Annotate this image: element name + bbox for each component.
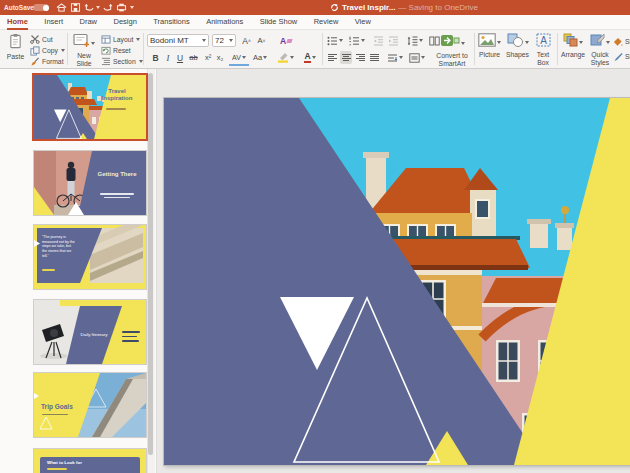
justify-button[interactable] xyxy=(368,51,380,64)
powerpoint-window: AutoSave Travel Inspir... — Saving to On… xyxy=(0,0,630,473)
tab-view[interactable]: View xyxy=(355,15,371,28)
superscript-button[interactable]: x² xyxy=(202,51,214,64)
shape-fill-icon xyxy=(613,37,623,47)
shape-outline-button[interactable]: Shape Outline xyxy=(613,51,630,62)
tab-design[interactable]: Design xyxy=(113,15,136,28)
increase-indent-button[interactable] xyxy=(387,34,400,47)
reset-button[interactable]: Reset xyxy=(101,45,131,56)
ribbon-tabs: Home Insert Draw Design Transitions Anim… xyxy=(0,15,630,30)
decrease-indent-icon xyxy=(373,36,384,46)
align-text-icon xyxy=(409,53,420,63)
tab-draw[interactable]: Draw xyxy=(80,15,98,28)
tab-review[interactable]: Review xyxy=(314,15,339,28)
slide3-quote: “The journey is measured not by the step… xyxy=(42,235,76,258)
current-slide[interactable] xyxy=(164,98,630,465)
italic-button[interactable]: I xyxy=(163,51,173,64)
slide-thumbnail-4[interactable]: 4 Daily Itinerary xyxy=(33,299,147,365)
increase-indent-icon xyxy=(388,36,399,46)
line-spacing-button[interactable] xyxy=(406,34,424,47)
underline-button[interactable]: U xyxy=(175,51,185,64)
strikethrough-button[interactable]: ab xyxy=(187,51,200,64)
slide1-subtitle-line xyxy=(106,108,126,110)
change-case-button[interactable]: Aa xyxy=(251,51,269,64)
decrease-font-button[interactable]: A˅ xyxy=(255,34,268,47)
slide-thumbnail-panel: 1 Travel xyxy=(0,69,156,473)
font-color-button[interactable]: A xyxy=(300,51,320,64)
quick-styles-button[interactable]: Quick Styles xyxy=(588,33,612,66)
text-direction-button[interactable] xyxy=(386,51,404,64)
slide6-marker-line xyxy=(47,468,67,470)
slide-thumbnail-1[interactable]: 1 Travel xyxy=(32,73,148,141)
toggle-knob xyxy=(43,5,49,11)
slide1-art xyxy=(34,75,146,139)
title-bar: AutoSave Travel Inspir... — Saving to On… xyxy=(0,0,630,15)
align-text-button[interactable] xyxy=(408,51,426,64)
saving-status: — Saving to OneDrive xyxy=(398,3,478,12)
home-icon[interactable] xyxy=(56,3,67,12)
line-spacing-icon xyxy=(407,36,418,46)
subscript-button[interactable]: x₂ xyxy=(214,51,226,64)
character-spacing-button[interactable]: AV xyxy=(229,51,249,66)
save-icon[interactable] xyxy=(70,3,81,12)
tab-insert[interactable]: Insert xyxy=(44,15,63,28)
tab-transitions[interactable]: Transitions xyxy=(153,15,189,28)
numbering-button[interactable] xyxy=(348,34,366,47)
layout-button[interactable]: Layout xyxy=(101,34,140,45)
slide4-bullet-line xyxy=(122,340,139,342)
format-painter-icon xyxy=(30,57,40,67)
increase-font-button[interactable]: A˄ xyxy=(240,34,253,47)
sync-icon xyxy=(330,3,339,12)
shapes-button[interactable]: Shapes xyxy=(505,33,530,59)
cut-button[interactable]: Cut xyxy=(30,34,53,45)
undo-caret[interactable] xyxy=(96,6,100,9)
format-painter-button[interactable]: Format xyxy=(30,56,64,67)
slide-thumbnail-3[interactable]: 3 “The journey is measured not by the st… xyxy=(33,224,147,290)
slide-editing-canvas xyxy=(156,69,630,473)
text-direction-icon xyxy=(387,53,398,63)
highlight-color-button[interactable] xyxy=(274,51,296,64)
align-center-button[interactable] xyxy=(340,51,352,64)
paste-icon xyxy=(8,33,23,49)
reset-icon xyxy=(101,46,111,55)
slide4-title: Daily Itinerary xyxy=(76,333,112,338)
copy-icon xyxy=(30,46,40,56)
text-box-button[interactable]: A Text Box xyxy=(532,33,554,66)
slide6-title: What to Look for xyxy=(47,461,117,466)
tab-home[interactable]: Home xyxy=(7,15,28,30)
new-slide-icon xyxy=(73,33,90,48)
tab-slideshow[interactable]: Slide Show xyxy=(260,15,298,28)
bold-button[interactable]: B xyxy=(150,51,161,64)
slide4-bullet-line xyxy=(122,331,140,333)
new-slide-button[interactable]: New Slide xyxy=(70,33,98,67)
cut-icon xyxy=(30,35,40,44)
decrease-indent-button[interactable] xyxy=(372,34,385,47)
picture-icon xyxy=(478,33,496,47)
font-size-select[interactable]: 72 xyxy=(212,34,236,47)
slide-thumbnail-2[interactable]: 2 Getting There xyxy=(33,150,147,216)
slide-thumbnail-6[interactable]: 6 What to Look for xyxy=(33,448,147,473)
picture-button[interactable]: Picture xyxy=(477,33,502,59)
sidebar-scrollbar-thumb[interactable] xyxy=(148,73,153,455)
undo-icon[interactable] xyxy=(84,3,95,12)
copy-button[interactable]: Copy xyxy=(30,45,65,56)
align-left-button[interactable] xyxy=(326,51,338,64)
quick-styles-icon xyxy=(590,33,605,47)
align-right-button[interactable] xyxy=(354,51,366,64)
shape-fill-button[interactable]: Shape Fill xyxy=(613,36,630,47)
text-box-icon: A xyxy=(536,33,551,47)
clear-formatting-button[interactable]: A xyxy=(278,34,294,47)
section-button[interactable]: Section xyxy=(101,56,143,67)
arrange-button[interactable]: Arrange xyxy=(560,33,586,59)
print-icon[interactable] xyxy=(116,3,127,12)
slide2-body-line xyxy=(104,197,130,199)
quick-access-caret[interactable] xyxy=(130,6,134,9)
bullets-button[interactable] xyxy=(326,34,344,47)
tab-animations[interactable]: Animations xyxy=(206,15,243,28)
bullets-icon xyxy=(327,36,338,46)
shape-outline-icon xyxy=(613,52,623,62)
autosave-toggle[interactable] xyxy=(33,4,49,11)
redo-icon[interactable] xyxy=(102,3,113,12)
font-name-select[interactable]: Bodoni MT xyxy=(147,34,209,47)
convert-smartart-button[interactable]: Convert to SmartArt xyxy=(432,33,472,67)
slide-thumbnail-5[interactable]: 5 Trip Goals xyxy=(33,372,147,438)
